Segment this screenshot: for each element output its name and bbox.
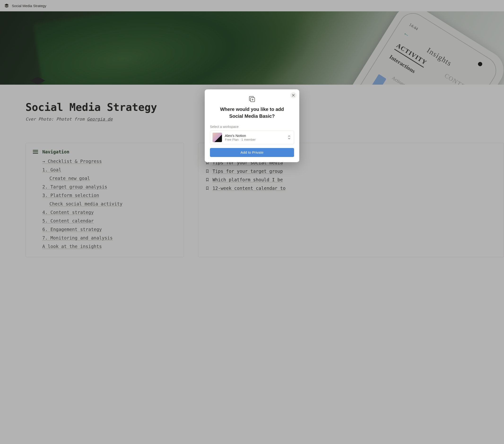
modal-close-button[interactable] [290, 92, 296, 98]
chevron-up-down-icon [288, 135, 290, 139]
add-to-private-button[interactable]: Add to Private [210, 148, 294, 157]
modal-title: Where would you like to add Social Media… [210, 106, 294, 120]
modal-select-label: Select a workspace [210, 125, 294, 129]
workspace-select[interactable]: Alex's Notion Free Plan · 1 member [210, 130, 294, 144]
close-icon [292, 94, 295, 97]
modal-scrim[interactable] [0, 0, 504, 444]
add-to-workspace-modal: Where would you like to add Social Media… [205, 89, 299, 162]
workspace-name: Alex's Notion [225, 134, 256, 138]
workspace-avatar [213, 133, 222, 142]
duplicate-plus-icon [249, 95, 255, 103]
workspace-meta: Free Plan · 1 member [225, 138, 256, 141]
